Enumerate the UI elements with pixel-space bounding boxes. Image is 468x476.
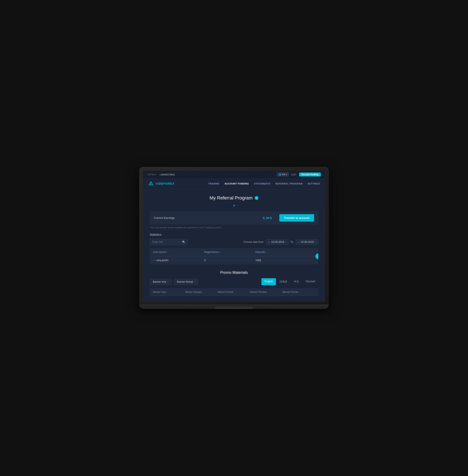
col-actions — [307, 251, 315, 253]
promo-dropdowns: Banner size ▾ Banner format ▾ — [150, 279, 198, 285]
logo-text-part1: VIDE — [156, 182, 163, 185]
col-registrations: Registrations ▾ — [204, 251, 255, 253]
banner-table: Banner Type Banner Size(px) Banner Forma… — [150, 288, 318, 296]
banner-format-label: Banner format — [177, 280, 193, 283]
cell-row-action — [307, 259, 315, 262]
laptop-wrapper: Call back +18499370843 🌐 EN ▾ EXIT Accou… — [139, 167, 329, 309]
date-from-selector[interactable]: ⊞ 15-05-2019 ▾ — [266, 239, 289, 245]
link-name: wzq-qnlxfn — [156, 259, 168, 262]
calendar-to-icon: ⊞ — [298, 241, 300, 243]
banner-size-label: Banner size — [153, 280, 166, 283]
date-filter: Choose date from: ⊞ 15-05-2019 ▾ To: ⊞ 1… — [243, 239, 318, 245]
lang-caret-icon: ▾ — [286, 173, 287, 176]
cell-registrations: 0 — [204, 259, 255, 262]
lang-selector[interactable]: 🌐 EN ▾ — [277, 172, 289, 177]
account-funding-button[interactable]: Account funding — [299, 172, 321, 177]
banner-col-type: Banner Type — [153, 291, 186, 293]
logo-icon — [148, 181, 154, 187]
logo-text: VIDEFOREX — [156, 182, 175, 185]
nav-statements[interactable]: STATEMENTS — [254, 182, 270, 185]
search-input-wrap: 🔍 — [150, 239, 188, 245]
page-title-row: My Referral Program i — [150, 195, 318, 201]
nav-referral-program[interactable]: REFERRAL PROGRAM — [276, 182, 303, 185]
stats-filters: 🔍 Choose date from: ⊞ 15-05-2019 ▾ To: ⊞… — [150, 239, 318, 245]
logo-text-part2: FOREX — [163, 182, 175, 185]
lang-tab-russian[interactable]: Русский — [303, 278, 318, 285]
cell-link: ↗ wzq-qnlxfn — [153, 259, 204, 262]
search-icon: 🔍 — [182, 240, 186, 244]
top-bar-right: 🌐 EN ▾ EXIT Account funding — [277, 172, 321, 177]
table-header: Link names ▾ Registrations ▾ Deposits ▾ — [150, 248, 318, 256]
stats-table: Link names ▾ Registrations ▾ Deposits ▾ — [150, 248, 318, 265]
exit-button[interactable]: EXIT — [291, 173, 296, 176]
lang-tabs: English 日本語 中文 Русский — [261, 278, 318, 285]
info-icon[interactable]: i — [255, 196, 258, 200]
earnings-bar: Current Earnings 0, 00 $ Transfer to acc… — [150, 211, 318, 224]
banner-format-dropdown[interactable]: Banner format ▾ — [174, 279, 198, 285]
date-from-label: Choose date from: — [243, 240, 264, 243]
col-deposits: Deposits ▾ — [255, 251, 307, 253]
date-from-value: 15-05-2019 — [271, 240, 284, 243]
transfer-note: You can transfer funds available for pay… — [150, 226, 318, 229]
banner-col-format2: Banner Format — [282, 291, 315, 293]
lang-tab-english[interactable]: English — [261, 278, 276, 285]
date-from-arrow-icon: ▾ — [285, 241, 287, 243]
laptop-bezel: Call back +18499370843 🌐 EN ▾ EXIT Accou… — [139, 167, 329, 304]
col-link-names: Link names ▾ — [153, 251, 204, 253]
promo-materials-title: Promo Materials — [150, 270, 318, 275]
transfer-to-account-button[interactable]: Transfer to account — [279, 214, 314, 222]
lang-tab-japanese[interactable]: 日本語 — [276, 278, 290, 285]
promo-filters: Banner size ▾ Banner format ▾ English — [150, 278, 318, 285]
banner-col-size: Banner Size(px) — [186, 291, 218, 293]
search-input[interactable] — [150, 239, 188, 245]
date-to-selector[interactable]: ⊞ 15-06-2019 ▾ — [295, 239, 318, 245]
top-bar: Call back +18499370843 🌐 EN ▾ EXIT Accou… — [143, 171, 325, 178]
calendar-icon: ⊞ — [268, 241, 270, 243]
top-bar-left: Call back +18499370843 — [147, 173, 175, 176]
sort-deposits-icon[interactable]: ▾ — [266, 251, 267, 253]
callback-label: Call back — [147, 173, 156, 176]
laptop-screen: Call back +18499370843 🌐 EN ▾ EXIT Accou… — [143, 171, 325, 302]
logo: VIDEFOREX — [148, 181, 175, 187]
banner-size-dropdown[interactable]: Banner size ▾ — [150, 279, 172, 285]
navbar: VIDEFOREX TRADING ACCOUNT FUNDING STATEM… — [143, 178, 325, 189]
lang-label: EN — [282, 173, 285, 176]
nav-trading[interactable]: TRADING — [208, 182, 220, 185]
sort-registrations-icon[interactable]: ▾ — [220, 251, 221, 253]
banner-col-preview: Banner Preview — [250, 291, 283, 293]
earnings-amount: 0, 00 $ — [263, 216, 272, 220]
banner-col-format: Banner Format — [218, 291, 250, 293]
nav-links: TRADING ACCOUNT FUNDING STATEMENTS REFER… — [208, 182, 320, 185]
earnings-right: 0, 00 $ Transfer to account — [263, 214, 314, 222]
phone-number: +18499370843 — [159, 173, 175, 176]
main-content: My Referral Program i ▾ Current Earnings… — [143, 189, 325, 302]
date-to-value: 15-06-2019 — [301, 240, 314, 243]
nav-settings[interactable]: SETTINGS — [307, 182, 320, 185]
nav-account-funding[interactable]: ACCOUNT FUNDING — [224, 182, 249, 185]
date-to-label: To: — [291, 240, 294, 243]
lang-icon: 🌐 — [279, 173, 281, 176]
laptop-base — [139, 304, 329, 309]
lang-tab-chinese[interactable]: 中文 — [291, 278, 302, 285]
link-arrow-icon: ↗ — [153, 259, 155, 262]
banner-format-caret-icon: ▾ — [194, 281, 195, 283]
date-to-arrow-icon: ▾ — [315, 241, 316, 243]
banner-size-caret-icon: ▾ — [167, 281, 168, 283]
earnings-label: Current Earnings — [154, 216, 175, 220]
page-title: My Referral Program — [210, 195, 252, 201]
sort-link-icon[interactable]: ▾ — [167, 251, 168, 253]
table-row: ↗ wzq-qnlxfn 0 100$ — [150, 256, 318, 265]
statistics-section-title: Statistics — [150, 233, 318, 236]
dropdown-arrow-icon: ▾ — [150, 203, 318, 208]
banner-table-header: Banner Type Banner Size(px) Banner Forma… — [150, 288, 318, 296]
cell-deposits: 100$ — [255, 259, 307, 262]
